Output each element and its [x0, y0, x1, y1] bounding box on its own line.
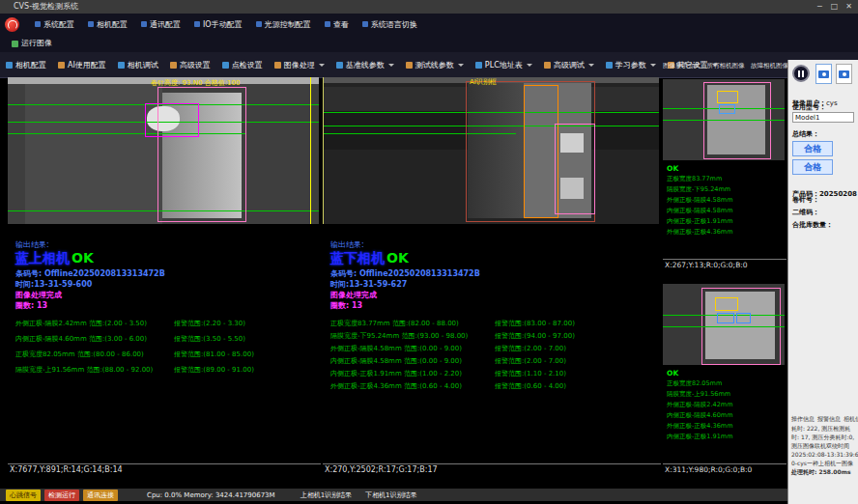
menu-item-label: IO手动配置: [203, 19, 243, 30]
tool-icon: [406, 62, 413, 69]
menu-item-language[interactable]: 系统语言切换: [362, 19, 417, 30]
toolbar-label: 点检设置: [232, 60, 263, 70]
product-code-value: 20250208: [819, 190, 857, 198]
alarm-range: 报警范围:(2.00 - 7.00): [495, 356, 566, 366]
menu-item-io-manual[interactable]: IO手动配置: [194, 19, 243, 30]
overlay-detect-rect: [715, 297, 738, 311]
sidebar: 登录用户：cys 使用型号： Model1 总结果： 合格 合格 产品码：202…: [787, 60, 858, 504]
measurement-value: 外侧正极-隔膜4.58mm: [667, 196, 732, 205]
measurement-value: 正极宽度83.77mm: [667, 175, 722, 183]
reference-line: [310, 77, 311, 224]
tool-icon: [118, 62, 125, 69]
app-window: CVS-视觉检测系统 ─ □ ✕ 系统配置 相机配置 通讯配置 IO手动配置 光…: [0, 0, 858, 504]
toolbar-item-camera-config[interactable]: 相机配置: [6, 60, 46, 70]
reference-line: [323, 77, 324, 224]
measurement-value: 隔膜宽度-下95.24mm 范围:(93.00 - 98.00): [330, 331, 468, 341]
menu-item-system-config[interactable]: 系统配置: [35, 19, 74, 30]
batch-count-label: 合批库数量：: [792, 220, 833, 230]
info-line: 时: 17, 测压分类耗时:0,: [791, 434, 854, 442]
measurement-value: 内侧正极-隔膜4.60mm 范围:(3.00 - 6.00): [15, 334, 147, 344]
tool-icon: [274, 62, 281, 69]
alarm-range: 报警范围:(89.00 - 91.00): [174, 365, 254, 375]
overlay-detect-rect: [145, 103, 199, 137]
result-status: OK: [667, 164, 678, 173]
camera-name: 蓝上相机: [15, 250, 70, 266]
mini-view-column: 图像显示方式：所有相机图像 故障相机图像 OK 正极宽度83.77mm 隔膜宽度…: [663, 60, 785, 475]
measurement-value: 内侧正极-正极1.91mm 范围:(1.00 - 2.20): [330, 369, 462, 378]
camera-icon: [818, 70, 829, 78]
measurement-value: 隔膜宽度-下95.24mm: [667, 185, 730, 194]
info-tab-alarm[interactable]: 报警信息: [817, 415, 841, 424]
alarm-range: 报警范围:(81.00 - 85.00): [174, 350, 254, 359]
menu-item-camera-config[interactable]: 相机配置: [88, 19, 128, 30]
menu-item-view[interactable]: 查看: [325, 19, 349, 30]
bottom-status-bar: 心跳信号 检测运行 通讯连接 Cpu: 0.0% Memory: 3424.41…: [0, 489, 787, 501]
toolbar-item-testline-params[interactable]: 测试线参数: [406, 60, 464, 70]
tool-icon: [606, 62, 613, 69]
camera-panel-upper: 卷针高度: 93.N0 合格值:100 输出结果: 蓝上相机OK 条码号: Of…: [8, 77, 319, 475]
alarm-range: 报警范围:(3.50 - 5.50): [174, 334, 245, 344]
needle-number-label: 卷针号：: [792, 195, 819, 205]
alarm-range: 报警范围:(2.00 - 7.00): [495, 344, 566, 353]
mini-camera-image-top[interactable]: [663, 79, 785, 160]
overlay-detect-rect: [717, 91, 738, 103]
measurement-value: 外侧正极-隔膜2.42mm: [667, 401, 732, 409]
camera-image-upper[interactable]: 卷针高度: 93.N0 合格值:100: [8, 77, 319, 224]
pause-button[interactable]: [792, 65, 810, 82]
camera-view-button-1[interactable]: [815, 64, 832, 84]
menu-icon: [141, 21, 147, 27]
overlay-ai-rect: [524, 85, 558, 218]
result-status: OK: [72, 250, 94, 266]
pause-icon: [798, 70, 800, 77]
tool-icon: [544, 62, 551, 69]
toolbar-label: AI使用配置: [68, 60, 106, 70]
result-title: 蓝上相机OK: [15, 248, 94, 267]
minimize-button[interactable]: ─: [813, 0, 827, 14]
menu-icon: [194, 21, 200, 27]
camera-view-button-2[interactable]: [836, 64, 852, 84]
info-tab-operation[interactable]: 操作信息: [791, 415, 815, 424]
info-tab-camera[interactable]: 相机信息: [844, 415, 858, 424]
toolbar-item-advanced-settings[interactable]: 高级设置: [170, 60, 211, 70]
tool-icon: [6, 62, 13, 69]
measurement-value: 外侧正极-隔膜2.42mm 范围:(2.00 - 3.50): [15, 319, 147, 328]
measurement-value: 外侧正极-正极4.36mm: [667, 422, 732, 431]
toolbar-label: 基准线参数: [346, 60, 385, 70]
detect-run-badge: 检测运行: [44, 490, 79, 501]
camera-image-lower[interactable]: AI识别框: [323, 77, 659, 224]
result-status: OK: [386, 250, 409, 266]
toolbar-label: 学习参数: [615, 60, 646, 70]
toolbar-item-ai-config[interactable]: AI使用配置: [58, 60, 106, 70]
info-tab-row: 操作信息 报警信息 相机信息: [791, 415, 858, 424]
toolbar-label: 相机配置: [15, 60, 46, 70]
pixel-status-bar: X:270,Y:2502;R:17;G:17;B:17: [323, 463, 661, 476]
toolbar-item-spot-check[interactable]: 点检设置: [222, 60, 263, 70]
overlay-detect-rect: [719, 104, 735, 114]
alarm-range: 报警范围:(94.00 - 97.00): [495, 331, 575, 341]
tool-icon: [222, 62, 229, 69]
tab-run-image[interactable]: 运行图像: [12, 35, 52, 52]
toolbar-item-baseline-params[interactable]: 基准线参数: [336, 60, 394, 70]
toolbar-item-plc-address[interactable]: PLC地址表: [475, 60, 532, 70]
toolbar-item-camera-debug[interactable]: 相机调试: [118, 60, 158, 70]
measurement-value: 正极宽度83.77mm 范围:(82.00 - 88.00): [330, 319, 459, 328]
model-select[interactable]: Model1: [792, 112, 854, 123]
time-line: 时间:13-31-59-600: [15, 279, 92, 290]
menu-item-light-control[interactable]: 光源控制配置: [256, 19, 311, 30]
overlay-green-line: [663, 326, 785, 327]
menu-item-label: 通讯配置: [150, 19, 181, 30]
toolbar-item-advanced-debug[interactable]: 高级调试: [544, 60, 594, 70]
mini-camera-image-bottom[interactable]: [663, 284, 785, 365]
barcode-line: 条码号: Offline2025020813313472B: [15, 268, 165, 279]
close-button[interactable]: ✕: [842, 0, 856, 14]
display-mode-bar[interactable]: 图像显示方式：所有相机图像 故障相机图像: [663, 60, 785, 71]
menu-item-comm-config[interactable]: 通讯配置: [141, 19, 181, 30]
maximize-button[interactable]: □: [827, 0, 842, 14]
comm-link-badge: 通讯连接: [83, 490, 118, 501]
toolbar-item-image-processing[interactable]: 图像处理: [274, 60, 325, 70]
overlay-green-line: [663, 120, 785, 121]
toolbar-item-learning-params[interactable]: 学习参数: [606, 60, 656, 70]
process-line: 图像处理完成: [330, 290, 377, 300]
menu-item-label: 系统语言切换: [371, 19, 417, 30]
window-controls: ─ □ ✕: [813, 0, 856, 14]
